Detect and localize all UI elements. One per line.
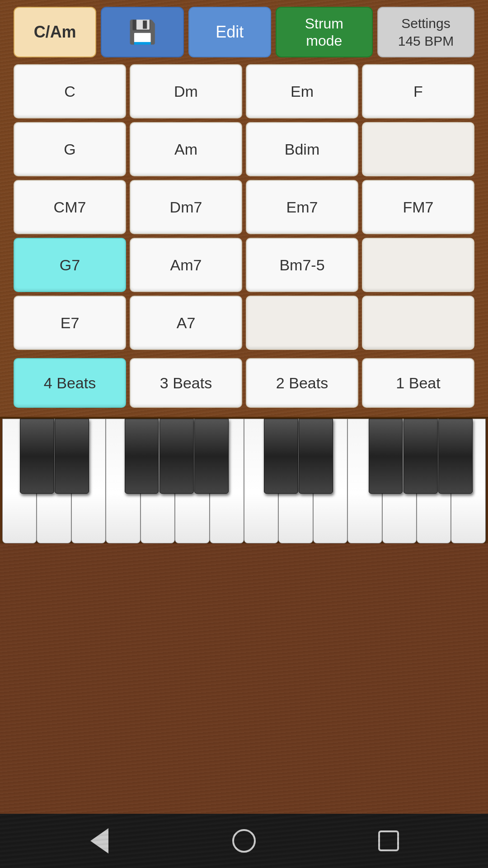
beats-row: 4 Beats 3 Beats 2 Beats 1 Beat — [7, 356, 481, 410]
chord-row-4: G7 Am7 Bm7-5 — [14, 238, 474, 292]
chord-CM7[interactable]: CM7 — [14, 180, 126, 234]
recent-square-icon — [378, 830, 399, 851]
chord-Em7[interactable]: Em7 — [246, 180, 358, 234]
chord-Bdim[interactable]: Bdim — [246, 122, 358, 176]
2-beats-button[interactable]: 2 Beats — [246, 358, 358, 408]
chord-empty-1[interactable] — [362, 122, 474, 176]
chord-A7[interactable]: A7 — [130, 296, 242, 350]
chord-row-1: C Dm Em F — [14, 64, 474, 118]
3-beats-button[interactable]: 3 Beats — [130, 358, 242, 408]
chord-Em[interactable]: Em — [246, 64, 358, 118]
piano-keyboard — [0, 417, 488, 543]
black-key-gs2[interactable] — [404, 419, 438, 494]
black-key-as2[interactable] — [438, 419, 473, 494]
black-key-ds[interactable] — [55, 419, 89, 494]
chord-Bm7-5[interactable]: Bm7-5 — [246, 238, 358, 292]
chord-row-5: E7 A7 — [14, 296, 474, 350]
black-key-cs2[interactable] — [264, 419, 298, 494]
black-key-cs[interactable] — [20, 419, 54, 494]
toolbar: C/Am 💾 Edit Strummode Settings145 BPM — [7, 2, 481, 62]
black-key-as[interactable] — [194, 419, 229, 494]
chord-row-3: CM7 Dm7 Em7 FM7 — [14, 180, 474, 234]
chord-empty-4[interactable] — [362, 296, 474, 350]
settings-label: Settings145 BPM — [398, 14, 454, 50]
back-nav-button[interactable] — [84, 825, 115, 857]
4-beats-button[interactable]: 4 Beats — [14, 358, 126, 408]
chord-FM7[interactable]: FM7 — [362, 180, 474, 234]
back-arrow-icon — [90, 828, 108, 854]
chord-F[interactable]: F — [362, 64, 474, 118]
1-beat-button[interactable]: 1 Beat — [362, 358, 474, 408]
chord-G7[interactable]: G7 — [14, 238, 126, 292]
settings-button[interactable]: Settings145 BPM — [377, 7, 474, 57]
save-button[interactable]: 💾 — [101, 7, 183, 57]
chord-row-2: G Am Bdim — [14, 122, 474, 176]
black-key-ds2[interactable] — [299, 419, 333, 494]
black-key-fs2[interactable] — [369, 419, 403, 494]
chord-E7[interactable]: E7 — [14, 296, 126, 350]
home-circle-icon — [232, 829, 256, 853]
piano-keys-container — [0, 419, 488, 543]
key-selector-button[interactable]: C/Am — [14, 7, 96, 57]
chord-Am7[interactable]: Am7 — [130, 238, 242, 292]
chord-Dm7[interactable]: Dm7 — [130, 180, 242, 234]
black-key-gs[interactable] — [160, 419, 194, 494]
home-nav-button[interactable] — [228, 825, 260, 857]
chord-empty-3[interactable] — [246, 296, 358, 350]
chord-Am[interactable]: Am — [130, 122, 242, 176]
strum-mode-button[interactable]: Strummode — [276, 7, 373, 57]
edit-button[interactable]: Edit — [188, 7, 271, 57]
strum-mode-label: Strummode — [305, 15, 343, 50]
recent-nav-button[interactable] — [373, 825, 404, 857]
chord-empty-2[interactable] — [362, 238, 474, 292]
save-icon: 💾 — [128, 19, 156, 45]
chord-Dm[interactable]: Dm — [130, 64, 242, 118]
black-key-fs[interactable] — [125, 419, 159, 494]
chord-C[interactable]: C — [14, 64, 126, 118]
navigation-bar — [0, 814, 488, 868]
chord-grid: C Dm Em F G Am Bdim CM7 Dm7 Em7 FM7 G7 — [7, 62, 481, 356]
bottom-wood-area — [0, 543, 488, 814]
chord-G[interactable]: G — [14, 122, 126, 176]
